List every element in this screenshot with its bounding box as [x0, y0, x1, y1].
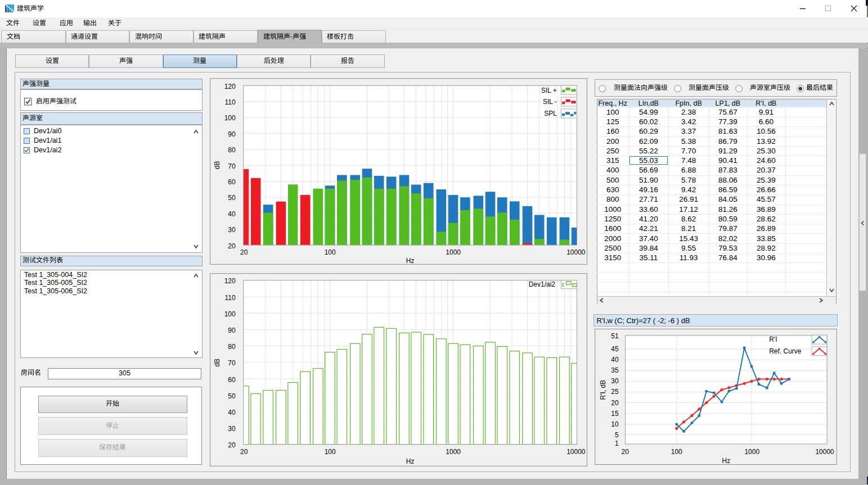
svg-text:20: 20 [621, 448, 629, 456]
svg-text:10000: 10000 [566, 248, 586, 256]
svg-text:20: 20 [240, 248, 248, 256]
svg-text:1000: 1000 [744, 448, 759, 456]
svg-text:20: 20 [611, 399, 619, 407]
svg-text:SIL +: SIL + [541, 86, 557, 94]
svg-text:40: 40 [228, 210, 236, 217]
svg-text:R'I: R'I [769, 336, 777, 343]
svg-text:70: 70 [228, 359, 236, 367]
svg-text:100: 100 [324, 448, 335, 456]
svg-text:100: 100 [671, 448, 682, 456]
svg-text:90: 90 [228, 327, 236, 334]
svg-text:SIL -: SIL - [543, 98, 557, 106]
svg-text:100: 100 [224, 114, 235, 122]
svg-text:60: 60 [228, 178, 236, 186]
svg-text:50: 50 [228, 194, 236, 202]
svg-text:1000: 1000 [446, 448, 461, 456]
svg-text:100: 100 [324, 248, 335, 256]
svg-text:R'I, dB: R'I, dB [599, 380, 606, 400]
svg-text:15: 15 [611, 410, 619, 418]
svg-text:110: 110 [224, 98, 235, 106]
svg-text:120: 120 [224, 82, 235, 90]
svg-text:45: 45 [611, 345, 619, 353]
svg-text:20: 20 [228, 441, 236, 449]
svg-text:25: 25 [611, 388, 619, 396]
svg-text:Hz: Hz [406, 257, 415, 265]
svg-text:100: 100 [224, 310, 235, 318]
svg-text:30: 30 [611, 378, 619, 386]
svg-text:50: 50 [228, 392, 236, 400]
svg-text:10000: 10000 [566, 448, 586, 456]
svg-text:35: 35 [611, 367, 619, 375]
svg-text:20: 20 [240, 448, 248, 456]
svg-text:SPL: SPL [544, 110, 557, 117]
svg-text:90: 90 [228, 130, 236, 138]
svg-text:80: 80 [228, 343, 236, 351]
svg-text:5: 5 [614, 431, 618, 439]
svg-text:110: 110 [224, 293, 235, 301]
svg-text:Dev1/ai2: Dev1/ai2 [529, 280, 556, 288]
svg-text:80: 80 [228, 146, 236, 154]
svg-text:dB: dB [213, 161, 221, 169]
svg-text:10000: 10000 [815, 448, 834, 456]
svg-text:10: 10 [611, 420, 619, 428]
svg-text:Hz: Hz [722, 457, 730, 465]
svg-text:30: 30 [228, 425, 236, 433]
svg-text:51: 51 [611, 333, 619, 341]
svg-text:dB: dB [213, 359, 221, 367]
svg-text:40: 40 [228, 409, 236, 416]
svg-text:30: 30 [228, 226, 236, 234]
svg-text:60: 60 [228, 375, 236, 383]
svg-text:20: 20 [228, 242, 236, 250]
svg-text:70: 70 [228, 162, 236, 170]
svg-text:Ref. Curve: Ref. Curve [769, 347, 802, 355]
svg-text:1000: 1000 [446, 248, 461, 256]
svg-text:40: 40 [611, 356, 619, 364]
svg-text:1: 1 [614, 439, 618, 447]
svg-text:120: 120 [224, 277, 235, 285]
svg-text:Hz: Hz [406, 457, 415, 465]
